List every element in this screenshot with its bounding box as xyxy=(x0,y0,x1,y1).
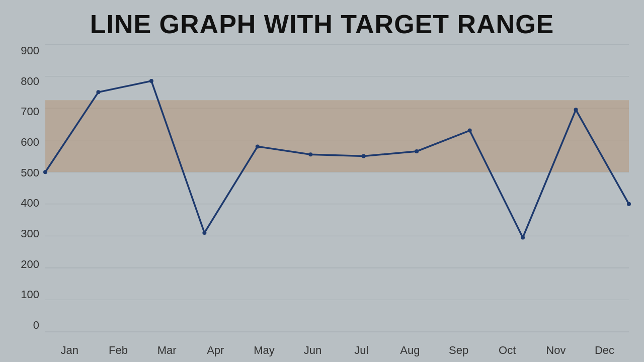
y-axis-label: 300 xyxy=(21,227,39,240)
x-axis-label: Feb xyxy=(98,344,138,357)
x-axis-label: Dec xyxy=(585,344,625,357)
x-axis-label: Sep xyxy=(439,344,479,357)
line-chart xyxy=(45,44,629,332)
svg-point-11 xyxy=(43,170,47,174)
chart-title: LINE GRAPH WITH TARGET RANGE xyxy=(0,0,644,44)
y-axis: 9008007006005004003002001000 xyxy=(0,44,45,332)
y-axis-label: 500 xyxy=(21,166,39,179)
x-labels: JanFebMarAprMayJunJulAugSepOctNovDec xyxy=(45,344,629,357)
x-axis-label: Oct xyxy=(487,344,527,357)
svg-point-17 xyxy=(362,154,366,158)
y-axis-label: 800 xyxy=(21,75,39,88)
svg-rect-10 xyxy=(45,100,629,172)
x-axis-label: Jun xyxy=(293,344,333,357)
x-axis-label: Jul xyxy=(341,344,381,357)
chart-container: LINE GRAPH WITH TARGET RANGE 90080070060… xyxy=(0,0,644,362)
x-axis-label: Mar xyxy=(147,344,187,357)
svg-point-12 xyxy=(96,90,100,94)
x-axis-label: Jan xyxy=(49,344,90,357)
y-axis-label: 0 xyxy=(33,319,39,332)
y-axis-label: 100 xyxy=(21,288,39,301)
y-axis-label: 700 xyxy=(21,105,39,118)
svg-point-16 xyxy=(308,152,312,156)
y-axis-label: 200 xyxy=(21,258,39,271)
x-axis-label: May xyxy=(244,344,284,357)
y-axis-label: 900 xyxy=(21,44,39,57)
y-axis-label: 400 xyxy=(21,197,39,210)
svg-point-15 xyxy=(256,144,260,148)
svg-point-18 xyxy=(415,149,419,153)
svg-point-19 xyxy=(468,129,472,133)
svg-point-21 xyxy=(574,108,578,112)
y-axis-label: 600 xyxy=(21,136,39,149)
svg-point-20 xyxy=(521,236,525,240)
svg-point-13 xyxy=(149,79,153,83)
x-axis-label: Apr xyxy=(195,344,235,357)
plot-area: JanFebMarAprMayJunJulAugSepOctNovDec xyxy=(45,44,629,332)
svg-point-22 xyxy=(627,202,631,206)
x-axis-label: Nov xyxy=(536,344,576,357)
chart-area: 9008007006005004003002001000 JanFebMarAp… xyxy=(0,44,644,362)
x-axis-label: Aug xyxy=(390,344,430,357)
svg-point-14 xyxy=(202,231,206,235)
